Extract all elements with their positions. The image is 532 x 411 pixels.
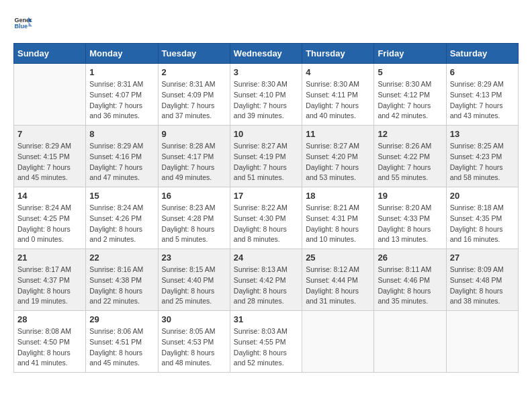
calendar-cell: 27Sunrise: 8:09 AMSunset: 4:48 PMDayligh… [446,249,518,311]
day-number: 28 [17,314,82,324]
day-number: 18 [306,191,370,201]
day-number: 19 [378,191,442,201]
day-number: 20 [450,191,515,201]
day-number: 11 [306,129,370,139]
calendar-week-row: 28Sunrise: 8:08 AMSunset: 4:50 PMDayligh… [14,311,519,373]
day-detail: Sunrise: 8:03 AMSunset: 4:55 PMDaylight:… [234,326,298,369]
calendar-cell: 9Sunrise: 8:28 AMSunset: 4:17 PMDaylight… [158,126,230,187]
logo: General Blue [13,13,32,32]
calendar-cell: 26Sunrise: 8:11 AMSunset: 4:46 PMDayligh… [374,249,446,311]
svg-text:Blue: Blue [14,23,28,30]
calendar-cell: 25Sunrise: 8:12 AMSunset: 4:44 PMDayligh… [302,249,374,311]
day-detail: Sunrise: 8:13 AMSunset: 4:42 PMDaylight:… [234,265,298,307]
day-number: 29 [89,314,154,324]
calendar-cell: 19Sunrise: 8:20 AMSunset: 4:33 PMDayligh… [374,187,446,249]
day-number: 24 [234,253,298,263]
calendar-cell: 18Sunrise: 8:21 AMSunset: 4:31 PMDayligh… [302,187,374,249]
day-detail: Sunrise: 8:28 AMSunset: 4:17 PMDaylight:… [162,141,226,183]
day-number: 22 [89,253,154,263]
day-detail: Sunrise: 8:30 AMSunset: 4:10 PMDaylight:… [234,79,298,122]
day-detail: Sunrise: 8:27 AMSunset: 4:20 PMDaylight:… [306,141,370,183]
day-detail: Sunrise: 8:08 AMSunset: 4:50 PMDaylight:… [17,326,82,369]
calendar-cell: 16Sunrise: 8:23 AMSunset: 4:28 PMDayligh… [158,187,230,249]
day-number: 15 [89,191,154,201]
calendar-cell: 23Sunrise: 8:15 AMSunset: 4:40 PMDayligh… [158,249,230,311]
calendar-cell: 6Sunrise: 8:29 AMSunset: 4:13 PMDaylight… [446,64,518,126]
day-detail: Sunrise: 8:18 AMSunset: 4:35 PMDaylight:… [450,203,515,245]
col-saturday: Saturday [446,44,518,64]
day-detail: Sunrise: 8:25 AMSunset: 4:23 PMDaylight:… [450,141,515,183]
day-number: 10 [234,129,298,139]
day-number: 27 [450,253,515,263]
calendar-week-row: 7Sunrise: 8:29 AMSunset: 4:15 PMDaylight… [14,126,519,187]
calendar-cell: 5Sunrise: 8:30 AMSunset: 4:12 PMDaylight… [374,64,446,126]
day-detail: Sunrise: 8:12 AMSunset: 4:44 PMDaylight:… [306,265,370,307]
day-number: 9 [162,129,226,139]
day-detail: Sunrise: 8:05 AMSunset: 4:53 PMDaylight:… [162,326,226,369]
calendar-cell: 1Sunrise: 8:31 AMSunset: 4:07 PMDaylight… [86,64,158,126]
day-detail: Sunrise: 8:06 AMSunset: 4:51 PMDaylight:… [89,326,154,369]
day-number: 2 [162,67,226,77]
page-header: General Blue [13,13,519,32]
day-detail: Sunrise: 8:17 AMSunset: 4:37 PMDaylight:… [17,265,82,307]
day-detail: Sunrise: 8:11 AMSunset: 4:46 PMDaylight:… [378,265,442,307]
calendar-cell: 7Sunrise: 8:29 AMSunset: 4:15 PMDaylight… [14,126,86,187]
day-number: 13 [450,129,515,139]
calendar-cell: 30Sunrise: 8:05 AMSunset: 4:53 PMDayligh… [158,311,230,373]
col-wednesday: Wednesday [230,44,302,64]
day-number: 3 [234,67,298,77]
calendar-cell: 22Sunrise: 8:16 AMSunset: 4:38 PMDayligh… [86,249,158,311]
day-number: 1 [89,67,154,77]
day-number: 6 [450,67,515,77]
calendar-cell [14,64,86,126]
col-friday: Friday [374,44,446,64]
calendar-cell: 17Sunrise: 8:22 AMSunset: 4:30 PMDayligh… [230,187,302,249]
day-number: 25 [306,253,370,263]
header-row: Sunday Monday Tuesday Wednesday Thursday… [14,44,519,64]
calendar-cell: 14Sunrise: 8:24 AMSunset: 4:25 PMDayligh… [14,187,86,249]
day-detail: Sunrise: 8:29 AMSunset: 4:13 PMDaylight:… [450,79,515,122]
day-number: 30 [162,314,226,324]
calendar-cell: 12Sunrise: 8:26 AMSunset: 4:22 PMDayligh… [374,126,446,187]
calendar-cell: 2Sunrise: 8:31 AMSunset: 4:09 PMDaylight… [158,64,230,126]
day-number: 7 [17,129,82,139]
day-number: 17 [234,191,298,201]
day-detail: Sunrise: 8:30 AMSunset: 4:12 PMDaylight:… [378,79,442,122]
day-detail: Sunrise: 8:15 AMSunset: 4:40 PMDaylight:… [162,265,226,307]
col-monday: Monday [86,44,158,64]
calendar-cell: 11Sunrise: 8:27 AMSunset: 4:20 PMDayligh… [302,126,374,187]
day-number: 23 [162,253,226,263]
day-number: 16 [162,191,226,201]
day-detail: Sunrise: 8:27 AMSunset: 4:19 PMDaylight:… [234,141,298,183]
calendar-cell: 10Sunrise: 8:27 AMSunset: 4:19 PMDayligh… [230,126,302,187]
col-thursday: Thursday [302,44,374,64]
calendar-cell: 20Sunrise: 8:18 AMSunset: 4:35 PMDayligh… [446,187,518,249]
day-detail: Sunrise: 8:31 AMSunset: 4:09 PMDaylight:… [162,79,226,122]
day-detail: Sunrise: 8:23 AMSunset: 4:28 PMDaylight:… [162,203,226,245]
day-detail: Sunrise: 8:16 AMSunset: 4:38 PMDaylight:… [89,265,154,307]
calendar-table: Sunday Monday Tuesday Wednesday Thursday… [13,43,519,373]
col-tuesday: Tuesday [158,44,230,64]
day-number: 31 [234,314,298,324]
calendar-cell: 28Sunrise: 8:08 AMSunset: 4:50 PMDayligh… [14,311,86,373]
day-detail: Sunrise: 8:30 AMSunset: 4:11 PMDaylight:… [306,79,370,122]
day-detail: Sunrise: 8:20 AMSunset: 4:33 PMDaylight:… [378,203,442,245]
col-sunday: Sunday [14,44,86,64]
calendar-week-row: 14Sunrise: 8:24 AMSunset: 4:25 PMDayligh… [14,187,519,249]
day-number: 4 [306,67,370,77]
calendar-cell: 15Sunrise: 8:24 AMSunset: 4:26 PMDayligh… [86,187,158,249]
calendar-cell [446,311,518,373]
calendar-cell [374,311,446,373]
day-number: 5 [378,67,442,77]
logo-icon: General Blue [13,13,32,32]
day-number: 14 [17,191,82,201]
calendar-cell: 21Sunrise: 8:17 AMSunset: 4:37 PMDayligh… [14,249,86,311]
calendar-cell: 13Sunrise: 8:25 AMSunset: 4:23 PMDayligh… [446,126,518,187]
day-detail: Sunrise: 8:26 AMSunset: 4:22 PMDaylight:… [378,141,442,183]
day-detail: Sunrise: 8:24 AMSunset: 4:26 PMDaylight:… [89,203,154,245]
day-detail: Sunrise: 8:21 AMSunset: 4:31 PMDaylight:… [306,203,370,245]
calendar-week-row: 1Sunrise: 8:31 AMSunset: 4:07 PMDaylight… [14,64,519,126]
calendar-cell: 4Sunrise: 8:30 AMSunset: 4:11 PMDaylight… [302,64,374,126]
calendar-week-row: 21Sunrise: 8:17 AMSunset: 4:37 PMDayligh… [14,249,519,311]
day-number: 21 [17,253,82,263]
